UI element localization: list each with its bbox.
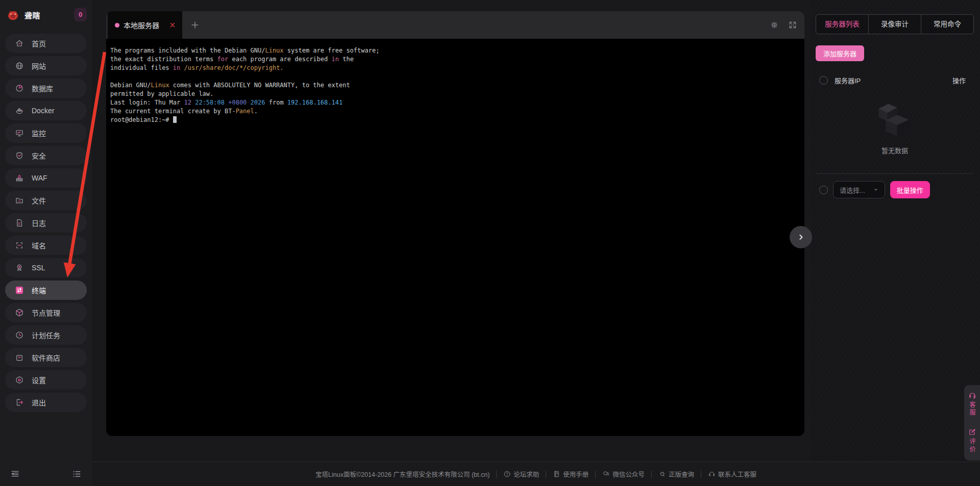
expand-icon[interactable] [788, 20, 797, 30]
shield-icon [15, 151, 24, 160]
sidebar-item-label: 安全 [32, 150, 46, 161]
bulk-action-select[interactable]: 请选择... [833, 181, 885, 198]
select-all-checkbox[interactable] [819, 76, 828, 85]
sidebar-item-label: Docker [32, 107, 54, 115]
float-feedback-button[interactable]: 评价 [968, 428, 976, 453]
terminal-cursor [173, 116, 177, 123]
float-label: 评价 [968, 438, 976, 453]
collapse-icon[interactable] [10, 469, 20, 479]
shop-icon [15, 353, 24, 362]
sidebar-item-11[interactable]: SSL [5, 258, 87, 277]
sidebar-item-5[interactable]: 监控 [5, 123, 87, 143]
sidebar-item-3[interactable]: 数据库 [5, 79, 87, 98]
sidebar-item-14[interactable]: 计划任务 [5, 325, 87, 345]
float-service-button[interactable]: 客服 [968, 391, 976, 417]
sidebar-item-15[interactable]: 软件商店 [5, 348, 87, 367]
sidebar-item-10[interactable]: 域名 [5, 236, 87, 255]
pig-logo-icon [6, 8, 20, 22]
add-server-button[interactable]: 添加服务器 [816, 45, 864, 61]
empty-box-illustration [873, 98, 917, 139]
add-tab-button[interactable] [190, 20, 200, 30]
sidebar-item-label: 首页 [32, 38, 46, 48]
bulk-action-row: 请选择... 批量操作 [816, 181, 974, 198]
footer-separator [595, 471, 596, 478]
ssl-icon [15, 263, 24, 272]
sidebar-item-label: 域名 [32, 240, 46, 250]
sidebar-item-4[interactable]: Docker [5, 101, 87, 120]
tab-label: 本地服务器 [124, 20, 169, 30]
bulk-select-checkbox[interactable] [819, 186, 828, 194]
footer-link[interactable]: 正版查询 [658, 469, 694, 479]
sidebar-nav: 首页网站数据库Docker监控安全WAF文件日志域名SSL终端节点管理计划任务软… [0, 30, 92, 412]
sidebar-item-6[interactable]: 安全 [5, 146, 87, 165]
docker-icon [15, 106, 24, 115]
tab-status-dot [115, 23, 119, 28]
terminal-line: the exact distribution terms for each pr… [110, 55, 800, 64]
monitor-icon [15, 129, 24, 138]
terminal-tabbar: 本地服务器 [106, 11, 804, 39]
right-panel-tab-1[interactable]: 服务器列表 [816, 15, 868, 34]
footer-bar: 宝塔Linux面板©2014-2026 广东堡塔安全技术有限公司 (bt.cn)… [92, 462, 980, 486]
right-panel-tab-2[interactable]: 录像审计 [868, 15, 921, 34]
footer-separator [546, 471, 546, 478]
sidebar-item-2[interactable]: 网站 [5, 56, 87, 75]
sidebar-item-label: WAF [32, 174, 47, 182]
terminal-line: permitted by applicable law. [110, 90, 800, 98]
terminal-tab-local-server[interactable]: 本地服务器 [108, 11, 182, 39]
server-table-header: 服务器IP 操作 [816, 75, 974, 85]
sidebar-item-1[interactable]: 首页 [5, 34, 87, 53]
terminal-output[interactable]: The programs included with the Debian GN… [106, 39, 804, 132]
gear-icon[interactable] [770, 20, 779, 30]
logout-icon [15, 398, 24, 407]
waf-icon [15, 173, 24, 183]
chevron-down-icon [872, 186, 879, 193]
headset-icon [708, 470, 716, 478]
wechat-icon [602, 470, 610, 478]
right-panel-tab-3[interactable]: 常用命令 [921, 15, 973, 34]
service-icon [968, 391, 976, 399]
terminal-actions [770, 20, 804, 30]
sidebar-item-17[interactable]: 退出 [5, 393, 87, 412]
sidebar-item-label: 节点管理 [32, 308, 60, 318]
footer-link[interactable]: 联系人工客服 [708, 469, 756, 479]
sidebar-item-label: 计划任务 [32, 330, 60, 340]
sidebar-item-label: 监控 [32, 128, 46, 138]
message-count-badge[interactable]: 0 [74, 8, 87, 21]
brand: 聋瞎 0 [0, 0, 92, 30]
sidebar-item-16[interactable]: 设置 [5, 370, 87, 390]
node-icon [15, 308, 24, 317]
sidebar-item-label: 终端 [32, 285, 46, 295]
terminal-line: Debian GNU/Linux comes with ABSOLUTELY N… [110, 81, 800, 90]
question-circle-icon [503, 470, 511, 478]
verify-icon [658, 470, 666, 478]
manual-icon [553, 470, 560, 478]
close-icon[interactable] [169, 21, 176, 29]
terminal-line: The current terminal create by BT-Panel. [110, 107, 800, 116]
terminal-line: root@debian12:~# [110, 116, 800, 124]
folder-icon [15, 196, 24, 205]
footer-link[interactable]: 论坛求助 [503, 469, 539, 479]
footer-copyright: 宝塔Linux面板©2014-2026 广东堡塔安全技术有限公司 (bt.cn) [315, 469, 489, 479]
terminal-icon [15, 286, 24, 295]
bt-panel-page: 聋瞎 0 首页网站数据库Docker监控安全WAF文件日志域名SSL终端节点管理… [0, 0, 980, 486]
terminal-line: The programs included with the Debian GN… [110, 46, 800, 55]
sidebar-item-8[interactable]: 文件 [5, 191, 87, 210]
bulk-action-button[interactable]: 批量操作 [890, 181, 930, 198]
sidebar-item-13[interactable]: 节点管理 [5, 303, 87, 322]
column-action: 操作 [952, 75, 966, 85]
sidebar-footer [0, 462, 92, 486]
sidebar-item-7[interactable]: WAF [5, 168, 87, 188]
list-icon[interactable] [72, 469, 82, 479]
sidebar-item-label: SSL [32, 264, 45, 272]
clock-icon [15, 330, 24, 340]
footer-link[interactable]: 微信公众号 [602, 469, 645, 479]
sidebar-item-label: 退出 [32, 397, 46, 407]
terminal-panel: 本地服务器 The programs included with the Deb… [106, 11, 804, 436]
footer-link[interactable]: 使用手册 [553, 469, 589, 479]
terminal-line: individual files in /usr/share/doc/*/cop… [110, 64, 800, 72]
empty-text: 暂无数据 [816, 145, 974, 155]
sidebar-item-9[interactable]: 日志 [5, 213, 87, 233]
collapse-panel-handle[interactable] [790, 226, 812, 248]
sidebar-item-12[interactable]: 终端 [5, 280, 87, 300]
right-panel-tabs: 服务器列表录像审计常用命令 [816, 14, 974, 34]
